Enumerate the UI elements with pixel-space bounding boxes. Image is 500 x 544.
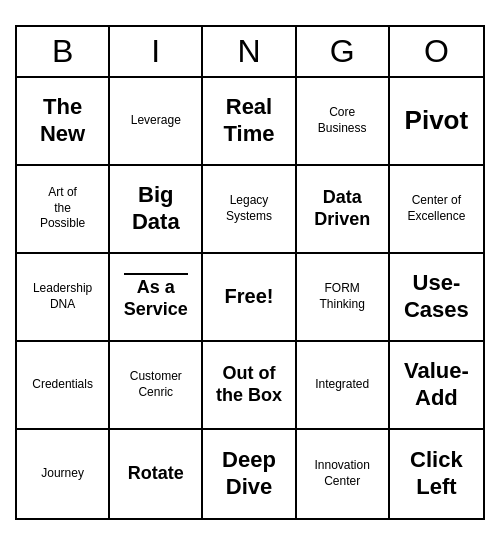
bingo-cell: TheNew bbox=[17, 78, 110, 166]
cell-text: DataDriven bbox=[314, 187, 370, 230]
bingo-grid: TheNewLeverageRealTimeCoreBusinessPivotA… bbox=[17, 78, 483, 518]
free-cell: Free! bbox=[225, 285, 274, 308]
cell-text: Credentials bbox=[32, 377, 93, 393]
bingo-header: BINGO bbox=[17, 27, 483, 78]
bingo-letter: O bbox=[390, 27, 483, 76]
cell-text: BigData bbox=[132, 182, 180, 235]
cell-text: CustomerCenric bbox=[130, 369, 182, 400]
bingo-letter: I bbox=[110, 27, 203, 76]
bingo-cell: Integrated bbox=[297, 342, 390, 430]
bingo-cell: RealTime bbox=[203, 78, 296, 166]
bingo-cell: InnovationCenter bbox=[297, 430, 390, 518]
bingo-cell: Journey bbox=[17, 430, 110, 518]
bingo-cell: Center ofExcellence bbox=[390, 166, 483, 254]
cell-text: LeadershipDNA bbox=[33, 281, 92, 312]
cell-text: RealTime bbox=[224, 94, 275, 147]
bingo-cell: CoreBusiness bbox=[297, 78, 390, 166]
cell-text: Center ofExcellence bbox=[407, 193, 465, 224]
bingo-cell: Rotate bbox=[110, 430, 203, 518]
cell-text: CoreBusiness bbox=[318, 105, 367, 136]
cell-text: FORMThinking bbox=[320, 281, 365, 312]
cell-text: LegacySystems bbox=[226, 193, 272, 224]
bingo-letter: G bbox=[297, 27, 390, 76]
cell-text: DeepDive bbox=[222, 447, 276, 500]
cell-text: Art ofthePossible bbox=[40, 185, 85, 232]
bingo-card: BINGO TheNewLeverageRealTimeCoreBusiness… bbox=[15, 25, 485, 520]
bingo-cell: CustomerCenric bbox=[110, 342, 203, 430]
cell-text: Out ofthe Box bbox=[216, 363, 282, 406]
cell-text: Leverage bbox=[131, 113, 181, 129]
bingo-cell: Free! bbox=[203, 254, 296, 342]
bingo-cell: Use-Cases bbox=[390, 254, 483, 342]
bingo-cell: Out ofthe Box bbox=[203, 342, 296, 430]
cell-text: Use-Cases bbox=[404, 270, 469, 323]
bingo-cell: DataDriven bbox=[297, 166, 390, 254]
bingo-letter: N bbox=[203, 27, 296, 76]
bingo-cell: Value-Add bbox=[390, 342, 483, 430]
bingo-cell: As aService bbox=[110, 254, 203, 342]
bingo-cell: Art ofthePossible bbox=[17, 166, 110, 254]
cell-text: InnovationCenter bbox=[315, 458, 370, 489]
bingo-cell: ClickLeft bbox=[390, 430, 483, 518]
bingo-cell: LeadershipDNA bbox=[17, 254, 110, 342]
cell-text: Rotate bbox=[128, 463, 184, 485]
bingo-cell: BigData bbox=[110, 166, 203, 254]
cell-text: Pivot bbox=[405, 106, 469, 135]
cell-text: ClickLeft bbox=[410, 447, 463, 500]
bingo-cell: Credentials bbox=[17, 342, 110, 430]
cell-text: Value-Add bbox=[404, 358, 469, 411]
bingo-cell: FORMThinking bbox=[297, 254, 390, 342]
cell-text: TheNew bbox=[40, 94, 85, 147]
cell-text: As aService bbox=[124, 273, 188, 320]
cell-text: Journey bbox=[41, 466, 84, 482]
bingo-cell: DeepDive bbox=[203, 430, 296, 518]
cell-text: Integrated bbox=[315, 377, 369, 393]
bingo-cell: Leverage bbox=[110, 78, 203, 166]
bingo-letter: B bbox=[17, 27, 110, 76]
bingo-cell: LegacySystems bbox=[203, 166, 296, 254]
bingo-cell: Pivot bbox=[390, 78, 483, 166]
